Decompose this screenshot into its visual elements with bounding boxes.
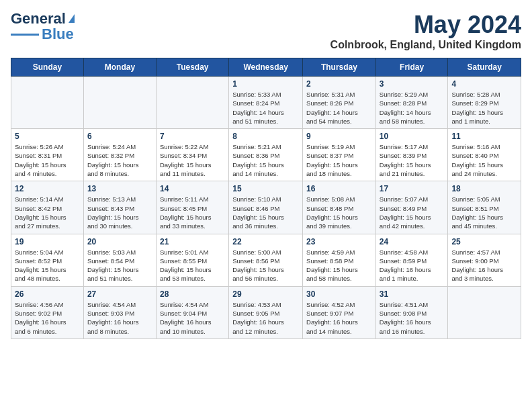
day-number-10: 10 (380, 132, 445, 141)
calendar-cell-w1-d1 (11, 77, 84, 129)
logo: General Blue (11, 11, 75, 43)
day-info-17: Sunrise: 5:07 AM Sunset: 8:49 PM Dayligh… (380, 195, 445, 230)
day-info-7: Sunrise: 5:22 AM Sunset: 8:34 PM Dayligh… (160, 142, 225, 178)
day-info-12: Sunrise: 5:14 AM Sunset: 8:42 PM Dayligh… (15, 195, 80, 230)
calendar-cell-w4-d5: 23Sunrise: 4:59 AM Sunset: 8:58 PM Dayli… (303, 234, 376, 286)
calendar-cell-w4-d4: 22Sunrise: 5:00 AM Sunset: 8:56 PM Dayli… (229, 234, 303, 286)
day-number-13: 13 (87, 184, 152, 193)
header-thursday: Thursday (303, 58, 376, 77)
header-saturday: Saturday (448, 58, 521, 77)
calendar-cell-w1-d6: 3Sunrise: 5:29 AM Sunset: 8:28 PM Daylig… (375, 77, 448, 129)
day-info-15: Sunrise: 5:10 AM Sunset: 8:46 PM Dayligh… (232, 195, 299, 230)
calendar-cell-w3-d6: 17Sunrise: 5:07 AM Sunset: 8:49 PM Dayli… (375, 181, 448, 234)
title-area: May 2024 Colnbrook, England, United King… (330, 11, 521, 51)
day-info-25: Sunrise: 4:57 AM Sunset: 9:00 PM Dayligh… (451, 248, 517, 283)
calendar-cell-w2-d2: 6Sunrise: 5:24 AM Sunset: 8:32 PM Daylig… (83, 129, 156, 181)
day-number-11: 11 (451, 132, 517, 141)
day-info-26: Sunrise: 4:56 AM Sunset: 9:02 PM Dayligh… (15, 300, 80, 336)
calendar-cell-w2-d3: 7Sunrise: 5:22 AM Sunset: 8:34 PM Daylig… (156, 129, 228, 181)
day-number-2: 2 (306, 79, 372, 89)
calendar-cell-w3-d1: 12Sunrise: 5:14 AM Sunset: 8:42 PM Dayli… (11, 181, 84, 234)
calendar-cell-w3-d5: 16Sunrise: 5:08 AM Sunset: 8:48 PM Dayli… (303, 181, 376, 234)
calendar-cell-w3-d3: 14Sunrise: 5:11 AM Sunset: 8:45 PM Dayli… (156, 181, 228, 234)
day-number-14: 14 (160, 184, 225, 193)
week-row-5: 26Sunrise: 4:56 AM Sunset: 9:02 PM Dayli… (11, 286, 521, 338)
calendar-cell-w5-d4: 29Sunrise: 4:53 AM Sunset: 9:05 PM Dayli… (229, 286, 303, 338)
day-number-25: 25 (451, 237, 517, 246)
calendar-cell-w1-d5: 2Sunrise: 5:31 AM Sunset: 8:26 PM Daylig… (303, 77, 376, 129)
header-wednesday: Wednesday (229, 58, 303, 77)
calendar-cell-w3-d4: 15Sunrise: 5:10 AM Sunset: 8:46 PM Dayli… (229, 181, 303, 234)
week-row-3: 12Sunrise: 5:14 AM Sunset: 8:42 PM Dayli… (11, 181, 521, 234)
day-info-24: Sunrise: 4:58 AM Sunset: 8:59 PM Dayligh… (380, 248, 445, 283)
day-number-4: 4 (451, 79, 517, 89)
day-info-14: Sunrise: 5:11 AM Sunset: 8:45 PM Dayligh… (160, 195, 225, 230)
calendar-cell-w4-d1: 19Sunrise: 5:04 AM Sunset: 8:52 PM Dayli… (11, 234, 84, 286)
day-number-30: 30 (306, 289, 372, 299)
day-number-7: 7 (160, 132, 225, 141)
day-info-16: Sunrise: 5:08 AM Sunset: 8:48 PM Dayligh… (306, 195, 372, 230)
calendar-cell-w5-d3: 28Sunrise: 4:54 AM Sunset: 9:04 PM Dayli… (156, 286, 228, 338)
day-number-20: 20 (87, 237, 152, 246)
day-number-22: 22 (232, 237, 299, 246)
day-info-13: Sunrise: 5:13 AM Sunset: 8:43 PM Dayligh… (87, 195, 152, 230)
calendar-cell-w5-d7 (448, 286, 521, 338)
day-info-29: Sunrise: 4:53 AM Sunset: 9:05 PM Dayligh… (232, 300, 299, 336)
week-row-1: 1Sunrise: 5:33 AM Sunset: 8:24 PM Daylig… (11, 77, 521, 129)
day-number-9: 9 (306, 132, 372, 141)
day-info-19: Sunrise: 5:04 AM Sunset: 8:52 PM Dayligh… (15, 248, 80, 283)
calendar-cell-w3-d7: 18Sunrise: 5:05 AM Sunset: 8:51 PM Dayli… (448, 181, 521, 234)
day-info-6: Sunrise: 5:24 AM Sunset: 8:32 PM Dayligh… (87, 142, 152, 178)
calendar-cell-w2-d4: 8Sunrise: 5:21 AM Sunset: 8:36 PM Daylig… (229, 129, 303, 181)
header-area: General Blue May 2024 Colnbrook, England… (11, 11, 521, 51)
day-number-12: 12 (15, 184, 80, 193)
day-number-24: 24 (380, 237, 445, 246)
location-title: Colnbrook, England, United Kingdom (330, 39, 521, 51)
logo-general: General (11, 10, 66, 27)
day-number-15: 15 (232, 184, 299, 193)
day-info-8: Sunrise: 5:21 AM Sunset: 8:36 PM Dayligh… (232, 142, 299, 178)
day-number-3: 3 (380, 79, 445, 89)
day-info-28: Sunrise: 4:54 AM Sunset: 9:04 PM Dayligh… (160, 300, 225, 336)
calendar-cell-w4-d7: 25Sunrise: 4:57 AM Sunset: 9:00 PM Dayli… (448, 234, 521, 286)
day-number-1: 1 (232, 79, 299, 89)
day-number-6: 6 (87, 132, 152, 141)
day-info-2: Sunrise: 5:31 AM Sunset: 8:26 PM Dayligh… (306, 90, 372, 126)
calendar-cell-w1-d2 (83, 77, 156, 129)
calendar-cell-w1-d3 (156, 77, 228, 129)
day-info-11: Sunrise: 5:16 AM Sunset: 8:40 PM Dayligh… (451, 142, 517, 178)
day-number-26: 26 (15, 289, 80, 299)
day-number-5: 5 (15, 132, 80, 141)
header-sunday: Sunday (11, 58, 84, 77)
day-number-19: 19 (15, 237, 80, 246)
calendar-cell-w5-d6: 31Sunrise: 4:51 AM Sunset: 9:08 PM Dayli… (375, 286, 448, 338)
day-number-23: 23 (306, 237, 372, 246)
day-info-22: Sunrise: 5:00 AM Sunset: 8:56 PM Dayligh… (232, 248, 299, 283)
day-info-5: Sunrise: 5:26 AM Sunset: 8:31 PM Dayligh… (15, 142, 80, 178)
weekday-header-row: Sunday Monday Tuesday Wednesday Thursday… (11, 58, 521, 77)
day-info-4: Sunrise: 5:28 AM Sunset: 8:29 PM Dayligh… (451, 90, 517, 126)
day-number-21: 21 (160, 237, 225, 246)
calendar-cell-w5-d1: 26Sunrise: 4:56 AM Sunset: 9:02 PM Dayli… (11, 286, 84, 338)
calendar-cell-w4-d2: 20Sunrise: 5:03 AM Sunset: 8:54 PM Dayli… (83, 234, 156, 286)
day-info-18: Sunrise: 5:05 AM Sunset: 8:51 PM Dayligh… (451, 195, 517, 230)
day-info-21: Sunrise: 5:01 AM Sunset: 8:55 PM Dayligh… (160, 248, 225, 283)
day-number-8: 8 (232, 132, 299, 141)
month-title: May 2024 (330, 11, 521, 39)
calendar-cell-w5-d5: 30Sunrise: 4:52 AM Sunset: 9:07 PM Dayli… (303, 286, 376, 338)
day-number-28: 28 (160, 289, 225, 299)
day-info-3: Sunrise: 5:29 AM Sunset: 8:28 PM Dayligh… (380, 90, 445, 126)
day-info-9: Sunrise: 5:19 AM Sunset: 8:37 PM Dayligh… (306, 142, 372, 178)
day-number-17: 17 (380, 184, 445, 193)
day-number-27: 27 (87, 289, 152, 299)
header-friday: Friday (375, 58, 448, 77)
day-number-18: 18 (451, 184, 517, 193)
day-number-16: 16 (306, 184, 372, 193)
calendar-cell-w4-d3: 21Sunrise: 5:01 AM Sunset: 8:55 PM Dayli… (156, 234, 228, 286)
calendar-cell-w3-d2: 13Sunrise: 5:13 AM Sunset: 8:43 PM Dayli… (83, 181, 156, 234)
logo-blue: Blue (42, 26, 74, 43)
calendar-table: Sunday Monday Tuesday Wednesday Thursday… (11, 58, 521, 339)
day-info-20: Sunrise: 5:03 AM Sunset: 8:54 PM Dayligh… (87, 248, 152, 283)
day-info-27: Sunrise: 4:54 AM Sunset: 9:03 PM Dayligh… (87, 300, 152, 336)
day-info-31: Sunrise: 4:51 AM Sunset: 9:08 PM Dayligh… (380, 300, 445, 336)
